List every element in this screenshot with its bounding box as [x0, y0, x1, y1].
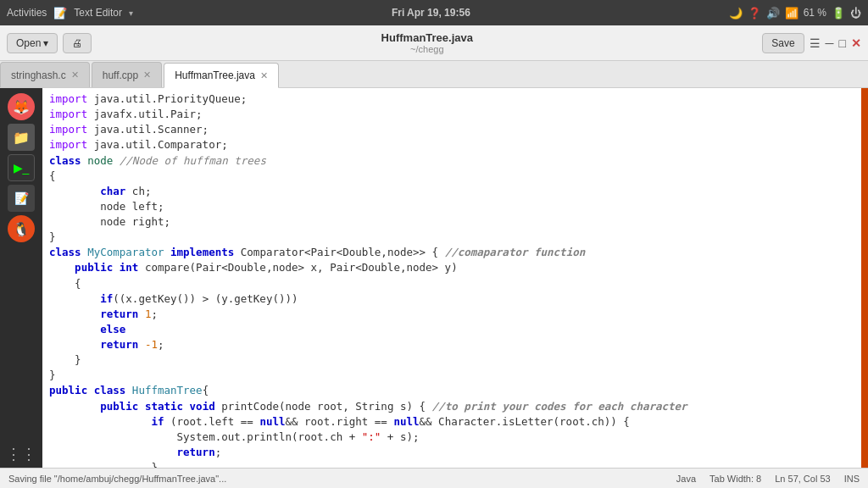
- note-icon: 📝: [14, 191, 29, 205]
- question-icon: ❓: [748, 7, 761, 19]
- tab-width-selector[interactable]: Tab Width: 8: [709, 474, 761, 484]
- topbar-center: Fri Apr 19, 19:56: [392, 7, 470, 19]
- moon-icon: 🌙: [729, 7, 743, 19]
- battery-icon: 🔋: [832, 7, 845, 19]
- clock: Fri Apr 19, 19:56: [392, 7, 470, 19]
- statusbar: Saving file "/home/ambuj/chegg/HuffmanTr…: [0, 468, 868, 488]
- sidebar-item-files[interactable]: 📁: [8, 124, 35, 151]
- main-area: 🦊 📁 ▶_ 📝 🐧 ⋮⋮ import java.util.PriorityQ…: [0, 88, 868, 468]
- firefox-icon: 🦊: [13, 99, 30, 115]
- save-button[interactable]: Save: [762, 33, 804, 53]
- minimize-button[interactable]: ─: [826, 36, 834, 50]
- tab-stringhash[interactable]: stringhash.c ✕: [0, 62, 90, 87]
- power-icon[interactable]: ⏻: [850, 7, 861, 19]
- open-button[interactable]: Open ▾: [7, 33, 58, 53]
- statusbar-right: Java Tab Width: 8 Ln 57, Col 53 INS: [676, 474, 860, 484]
- language-selector[interactable]: Java: [676, 474, 696, 484]
- toolbar-center: HuffmanTree.java ~/chegg: [381, 31, 473, 54]
- file-subtitle: ~/chegg: [410, 44, 443, 54]
- battery-label: 61 %: [804, 7, 826, 19]
- insert-mode: INS: [844, 474, 860, 484]
- tab-close-huff[interactable]: ✕: [143, 69, 151, 80]
- tab-close-stringhash[interactable]: ✕: [71, 69, 79, 80]
- print-button[interactable]: 🖨: [63, 33, 92, 53]
- activities-label[interactable]: Activities: [7, 7, 47, 19]
- ubuntu-icon: 🐧: [13, 221, 30, 237]
- app-name-label[interactable]: Text Editor: [74, 7, 122, 19]
- print-icon: 🖨: [72, 37, 82, 49]
- code-content[interactable]: import java.util.PriorityQueue; import j…: [42, 88, 861, 468]
- topbar-right: 🌙 ❓ 🔊 📶 61 % 🔋 ⏻: [729, 7, 861, 19]
- tab-huffmantree[interactable]: HuffmanTree.java ✕: [164, 63, 279, 88]
- tab-bar: stringhash.c ✕ huff.cpp ✕ HuffmanTree.ja…: [0, 61, 868, 88]
- editor-toolbar: Open ▾ 🖨 HuffmanTree.java ~/chegg Save ☰…: [0, 25, 868, 61]
- sidebar-item-ubuntu[interactable]: 🐧: [8, 215, 35, 242]
- open-label: Open: [16, 37, 41, 49]
- cursor-position: Ln 57, Col 53: [775, 474, 830, 484]
- close-button[interactable]: ✕: [851, 36, 861, 50]
- volume-icon: 🔊: [766, 7, 780, 19]
- tab-label-huff: huff.cpp: [103, 69, 138, 81]
- sidebar-item-terminal[interactable]: ▶_: [8, 154, 35, 181]
- app-menu-arrow[interactable]: ▾: [129, 8, 133, 18]
- toolbar-right: Save ☰ ─ □ ✕: [762, 33, 861, 53]
- toolbar-left: Open ▾ 🖨: [7, 33, 92, 53]
- tab-label-huffmantree: HuffmanTree.java: [175, 69, 255, 81]
- code-editor[interactable]: import java.util.PriorityQueue; import j…: [42, 88, 861, 468]
- terminal-icon: ▶_: [14, 161, 30, 175]
- sidebar-item-firefox[interactable]: 🦊: [8, 93, 35, 120]
- status-message: Saving file "/home/ambuj/chegg/HuffmanTr…: [8, 474, 226, 484]
- text-editor-icon: 📝: [53, 7, 67, 19]
- network-icon: 📶: [785, 7, 798, 19]
- system-topbar: Activities 📝 Text Editor ▾ Fri Apr 19, 1…: [0, 0, 868, 25]
- right-resize-bar: [861, 88, 868, 468]
- topbar-left: Activities 📝 Text Editor ▾: [7, 7, 133, 19]
- open-arrow: ▾: [43, 37, 48, 49]
- tab-close-huffmantree[interactable]: ✕: [260, 70, 268, 81]
- sidebar: 🦊 📁 ▶_ 📝 🐧 ⋮⋮: [0, 88, 42, 468]
- maximize-button[interactable]: □: [839, 36, 846, 50]
- sidebar-item-texteditor[interactable]: 📝: [8, 185, 35, 212]
- tab-huff[interactable]: huff.cpp ✕: [92, 62, 162, 87]
- file-title: HuffmanTree.java: [381, 31, 473, 44]
- files-icon: 📁: [13, 130, 30, 146]
- grid-icon: ⋮⋮: [6, 445, 36, 463]
- menu-button[interactable]: ☰: [810, 36, 821, 50]
- tab-label-stringhash: stringhash.c: [11, 69, 66, 81]
- sidebar-item-grid[interactable]: ⋮⋮: [8, 441, 35, 468]
